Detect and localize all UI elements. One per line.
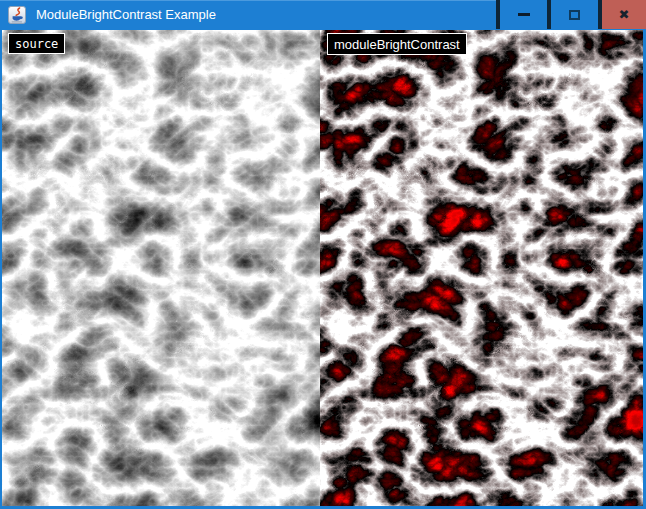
- minimize-button[interactable]: [500, 0, 547, 29]
- processed-image-label: moduleBrightContrast: [327, 33, 467, 55]
- maximize-button[interactable]: [551, 0, 598, 29]
- maximize-icon: [569, 10, 580, 20]
- app-window: ModuleBrightContrast Example ✖: [0, 0, 646, 509]
- close-icon: ✖: [619, 8, 630, 21]
- minimize-icon: [518, 13, 530, 16]
- window-title: ModuleBrightContrast Example: [36, 0, 216, 30]
- close-button[interactable]: ✖: [602, 0, 646, 29]
- source-image: [2, 30, 320, 506]
- source-image-panel: source: [2, 30, 320, 506]
- java-app-icon[interactable]: [8, 6, 26, 24]
- window-controls: ✖: [496, 0, 646, 29]
- source-image-label: source: [8, 33, 65, 54]
- image-workspace: source moduleBrigh: [2, 30, 643, 506]
- processed-image-panel: moduleBrightContrast: [320, 30, 643, 506]
- processed-image: [320, 30, 643, 506]
- titlebar[interactable]: ModuleBrightContrast Example ✖: [0, 0, 646, 30]
